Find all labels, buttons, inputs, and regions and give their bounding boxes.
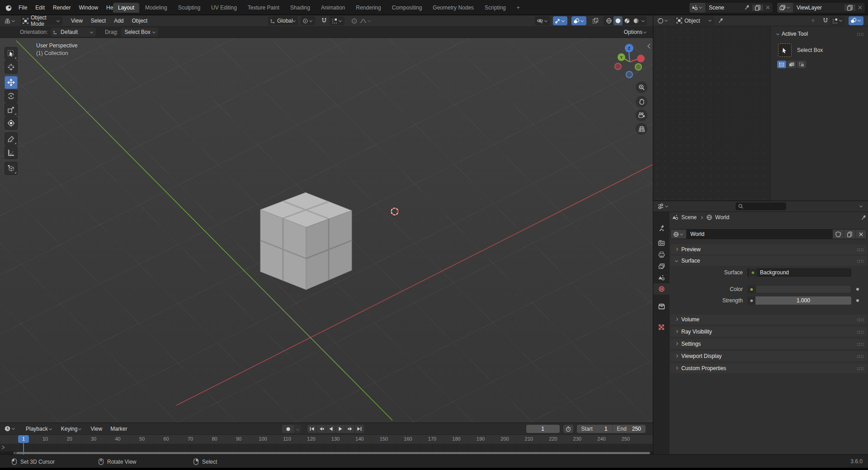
workspace-tab-shading[interactable]: Shading bbox=[285, 3, 315, 13]
active-tool-panel-header[interactable]: Active Tool bbox=[771, 26, 868, 37]
timeline-track[interactable] bbox=[0, 444, 653, 451]
surface-value-field[interactable]: Background bbox=[747, 268, 851, 277]
panel-preview[interactable]: Preview bbox=[670, 244, 867, 254]
breadcrumb-scene[interactable]: Scene bbox=[681, 214, 697, 221]
playhead-line[interactable] bbox=[23, 443, 24, 455]
tab-world[interactable] bbox=[653, 283, 670, 295]
panel-grip[interactable] bbox=[856, 259, 863, 263]
mode-selector[interactable]: Object bbox=[675, 16, 714, 25]
use-preview-range-toggle[interactable] bbox=[563, 425, 573, 433]
editor-type-button[interactable] bbox=[3, 16, 17, 25]
menu-window[interactable]: Window bbox=[75, 3, 102, 13]
snap-target-dropdown[interactable] bbox=[830, 16, 845, 25]
snap-toggle[interactable] bbox=[821, 16, 830, 25]
viewport-canvas[interactable]: User Perspective (1) Collection bbox=[0, 38, 653, 423]
tool-rotate[interactable] bbox=[5, 89, 18, 103]
tab-scene[interactable] bbox=[653, 272, 670, 283]
timeline-menu-view[interactable]: View bbox=[86, 424, 106, 434]
channels-expand-arrow[interactable] bbox=[1, 445, 5, 450]
panel-viewport-display[interactable]: Viewport Display bbox=[670, 351, 867, 361]
tool-scale[interactable] bbox=[5, 103, 18, 116]
pin-icon[interactable] bbox=[861, 215, 867, 221]
workspace-tab-rendering[interactable]: Rendering bbox=[351, 3, 386, 13]
tab-render[interactable] bbox=[653, 237, 670, 249]
proportional-falloff-dropdown[interactable] bbox=[359, 16, 373, 25]
view-layer-browse-button[interactable] bbox=[777, 3, 793, 13]
playhead-label[interactable]: 1 bbox=[18, 435, 29, 443]
world-name-field[interactable]: World bbox=[686, 230, 833, 239]
timeline-menu-marker[interactable]: Marker bbox=[106, 424, 131, 434]
tool-move[interactable] bbox=[5, 76, 18, 89]
panel-grip[interactable] bbox=[856, 318, 863, 321]
select-mode-set-button[interactable] bbox=[777, 61, 786, 68]
frame-start-field[interactable]: Start 1 bbox=[577, 425, 612, 433]
options-button[interactable]: Options bbox=[624, 29, 647, 35]
menu-edit[interactable]: Edit bbox=[31, 3, 49, 13]
tool-cursor[interactable] bbox=[5, 61, 18, 74]
strength-animate-dot[interactable] bbox=[856, 299, 859, 302]
workspace-tab-geometry-nodes[interactable]: Geometry Nodes bbox=[428, 3, 479, 13]
strength-slider[interactable]: 1.000 bbox=[755, 296, 851, 305]
panel-grip[interactable] bbox=[856, 248, 863, 251]
workspace-tab-plus[interactable]: + bbox=[512, 3, 525, 13]
toggle-ortho-button[interactable] bbox=[636, 123, 647, 135]
panel-volume[interactable]: Volume bbox=[670, 315, 867, 324]
shading-material-button[interactable] bbox=[623, 16, 632, 25]
menu-file[interactable]: File bbox=[14, 3, 31, 13]
shading-wireframe-button[interactable] bbox=[604, 16, 613, 25]
editor-type-button[interactable] bbox=[3, 424, 17, 433]
current-frame-field[interactable]: 1 bbox=[526, 425, 560, 433]
gizmo-x-neg-axis[interactable] bbox=[614, 63, 622, 70]
pivot-point-dropdown[interactable] bbox=[301, 16, 315, 25]
blender-logo-icon[interactable] bbox=[5, 4, 13, 12]
navigation-gizmo[interactable]: Z Y bbox=[606, 41, 653, 82]
show-gizmo-toggle[interactable] bbox=[553, 16, 567, 25]
auto-keying-toggle[interactable] bbox=[282, 425, 294, 433]
secondary-viewport-canvas[interactable] bbox=[653, 26, 770, 201]
timeline-ruler[interactable]: 1020304050607080901001101201301401501601… bbox=[0, 435, 653, 444]
panel-grip[interactable] bbox=[856, 330, 863, 334]
shading-rendered-button[interactable] bbox=[632, 16, 641, 25]
viewport-menu-select[interactable]: Select bbox=[87, 16, 110, 26]
tab-texture[interactable] bbox=[653, 321, 670, 333]
orientation-default-dropdown[interactable]: Default bbox=[51, 28, 96, 37]
select-box-tool-icon[interactable] bbox=[778, 43, 792, 57]
xray-toggle[interactable] bbox=[591, 16, 600, 25]
object-visibility-dropdown[interactable] bbox=[535, 16, 550, 25]
color-animate-dot[interactable] bbox=[856, 288, 859, 291]
tab-tool[interactable] bbox=[653, 223, 670, 234]
scene-name[interactable]: Scene bbox=[705, 5, 728, 11]
breadcrumb-world[interactable]: World bbox=[715, 214, 729, 221]
panel-surface[interactable]: Surface bbox=[670, 256, 867, 266]
view-layer-new-button[interactable] bbox=[844, 5, 855, 11]
editor-type-button[interactable] bbox=[656, 16, 670, 25]
scene-delete-icon[interactable] bbox=[763, 5, 773, 10]
play-button[interactable] bbox=[336, 425, 345, 433]
workspace-tab-layout[interactable]: Layout bbox=[113, 3, 139, 13]
gizmo-x-axis[interactable] bbox=[637, 55, 645, 62]
tool-annotate[interactable] bbox=[5, 132, 18, 146]
prev-keyframe-button[interactable] bbox=[317, 425, 326, 433]
next-keyframe-button[interactable] bbox=[345, 425, 354, 433]
panel-ray-visibility[interactable]: Ray Visibility bbox=[670, 327, 867, 337]
workspace-tab-sculpting[interactable]: Sculpting bbox=[173, 3, 205, 13]
gizmo-y-neg-axis[interactable] bbox=[635, 63, 642, 70]
gizmo-z-neg-axis[interactable] bbox=[626, 71, 633, 78]
workspace-tab-uv-editing[interactable]: UV Editing bbox=[206, 3, 242, 13]
panel-settings[interactable]: Settings bbox=[670, 339, 867, 349]
zoom-view-button[interactable] bbox=[636, 81, 647, 93]
properties-search-input[interactable] bbox=[736, 202, 786, 210]
play-reverse-button[interactable] bbox=[326, 425, 335, 433]
panel-grip[interactable] bbox=[856, 32, 863, 36]
gizmo-z-axis[interactable]: Z bbox=[625, 44, 633, 52]
tool-transform[interactable] bbox=[5, 117, 18, 130]
scene-browse-button[interactable] bbox=[689, 3, 705, 13]
jump-to-end-button[interactable] bbox=[355, 425, 364, 433]
select-mode-extend-button[interactable] bbox=[787, 61, 796, 68]
panel-grip[interactable] bbox=[856, 342, 863, 346]
snap-target-dropdown[interactable] bbox=[330, 16, 344, 25]
tool-select-box[interactable] bbox=[5, 47, 18, 60]
back-arrow-icon[interactable] bbox=[809, 16, 817, 25]
workspace-tab-compositing[interactable]: Compositing bbox=[387, 3, 427, 13]
menu-render[interactable]: Render bbox=[49, 3, 75, 13]
